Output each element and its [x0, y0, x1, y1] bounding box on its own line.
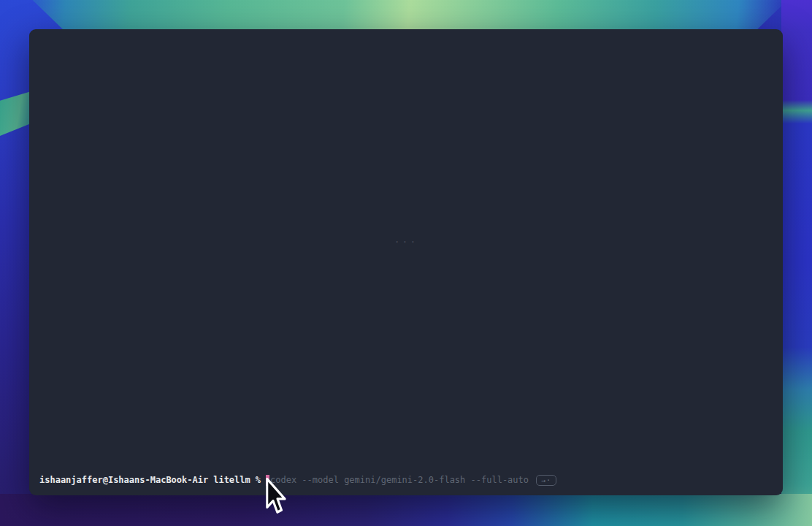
- arrow-pointer-icon: [264, 478, 286, 516]
- prompt-symbol: %: [256, 474, 261, 486]
- terminal-prompt-input[interactable]: ishaanjaffer@Ishaans-MacBook-Air litellm…: [39, 474, 773, 486]
- wallpaper-bottom-strip: [0, 494, 812, 526]
- desktop: ··· ishaanjaffer@Ishaans-MacBook-Air lit…: [0, 0, 812, 526]
- mouse-cursor: [264, 478, 286, 516]
- wallpaper-right-strip: [781, 0, 812, 526]
- terminal-loading-ellipsis: ···: [394, 236, 418, 248]
- tab-hint-badge: →·: [536, 475, 556, 486]
- prompt-directory: litellm: [213, 474, 250, 486]
- terminal-screen[interactable]: ··· ishaanjaffer@Ishaans-MacBook-Air lit…: [29, 29, 783, 495]
- prompt-entry[interactable]: codex --model gemini/gemini-2.0-flash --…: [266, 474, 556, 486]
- autosuggestion-text: codex --model gemini/gemini-2.0-flash --…: [270, 474, 529, 486]
- terminal-window[interactable]: ··· ishaanjaffer@Ishaans-MacBook-Air lit…: [29, 29, 783, 495]
- prompt-user-host: ishaanjaffer@Ishaans-MacBook-Air: [39, 474, 208, 486]
